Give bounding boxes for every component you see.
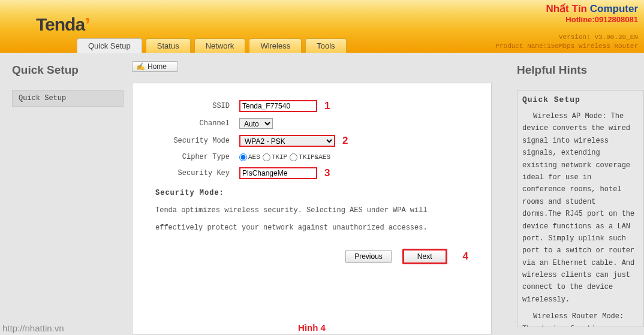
main-nav-tabs: Quick Setup Status Network Wireless Tool… [77,38,347,53]
security-mode-select[interactable]: WPA2 - PSK [239,135,335,147]
cipher-type-label: Cipher Type [149,153,239,161]
tab-tools[interactable]: Tools [305,38,346,53]
cipher-tkip-aes[interactable]: TKIP&AES [290,153,330,161]
center-column: ✍Home SSID 1 Channel Auto Security M [132,53,513,335]
annotation-1: 1 [324,100,330,112]
security-mode-label: Security Mode [149,137,239,145]
header-right-info: Nhất Tín Computer Hotline:0912808081 Ver… [495,2,638,50]
security-key-label: Security Key [149,169,239,177]
previous-button[interactable]: Previous [345,250,392,263]
brand-logo: Tenda’ [36,13,90,37]
annotation-4: 4 [463,251,468,262]
hints-paragraph-2: Wireless Router Mode: The device functio… [522,310,637,327]
footer-url: http://nhattin.vn [2,323,64,333]
page-title: Quick Setup [12,64,132,77]
tab-network[interactable]: Network [194,38,246,53]
content-body: Quick Setup Quick Setup ✍Home SSID 1 Cha… [0,53,644,335]
product-name-label: Product Name:150Mbps Wireless Router [495,43,638,50]
tab-status[interactable]: Status [146,38,191,53]
hints-section-title: Quick Setup [522,95,637,104]
next-button[interactable]: Next [402,249,447,264]
ssid-input[interactable] [239,100,317,112]
security-key-input[interactable] [239,167,317,179]
sidebar-item-quick-setup[interactable]: Quick Setup [12,90,124,107]
home-icon: ✍ [136,62,145,71]
cipher-aes[interactable]: AES [239,153,260,161]
left-sidebar: Quick Setup Quick Setup [0,53,132,335]
home-button[interactable]: ✍Home [132,61,178,72]
channel-select[interactable]: Auto [239,118,273,129]
security-description: Tenda optimizes wireless security. Selec… [155,202,474,237]
ssid-label: SSID [149,102,239,110]
hints-box[interactable]: Quick Setup Wireless AP Mode: The device… [517,90,644,327]
annotation-3: 3 [324,167,330,179]
tab-quick-setup[interactable]: Quick Setup [77,38,142,53]
settings-panel: SSID 1 Channel Auto Security Mode [132,83,492,334]
hotline: Hotline:0912808081 [495,15,638,24]
right-sidebar: Helpful Hints Quick Setup Wireless AP Mo… [513,53,644,335]
security-mode-title: Security Mode: [155,189,474,197]
tab-wireless[interactable]: Wireless [249,38,302,53]
figure-caption: Hình 4 [133,322,491,333]
channel-label: Channel [149,119,239,128]
version-label: Version: V3.00.20_EN [495,34,638,41]
hints-paragraph-1: Wireless AP Mode: The device converts th… [522,110,637,306]
hints-title: Helpful Hints [517,64,644,77]
cipher-tkip[interactable]: TKIP [263,153,287,161]
distributor-brand: Nhất Tín Computer [495,2,638,15]
header-bar: Tenda’ Nhất Tín Computer Hotline:0912808… [0,0,644,53]
annotation-2: 2 [342,135,348,147]
